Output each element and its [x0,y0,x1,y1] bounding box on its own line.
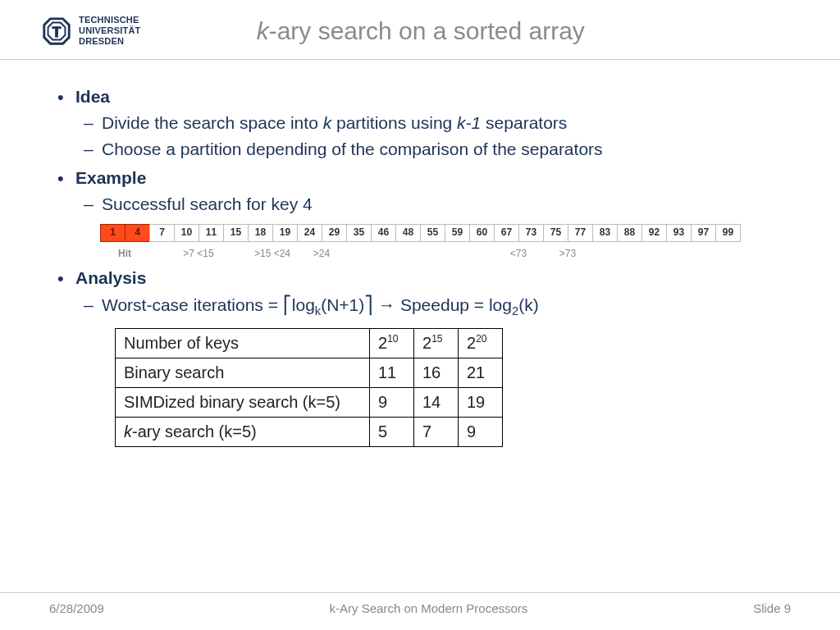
array-cell: 59 [445,224,469,242]
array-cells: 1471011151819242935464855596067737577838… [100,224,741,242]
example-heading: Example [75,168,146,187]
cell-simd-label: SIMDized binary search (k=5) [116,388,370,418]
svg-rect-1 [52,26,61,29]
table-row: k-ary search (k=5) 5 7 9 [116,418,503,447]
array-cell: 75 [543,224,568,242]
array-cell: 18 [248,224,272,242]
array-cell: 24 [297,224,322,242]
slide-footer: 6/28/2009 k-Ary Search on Modern Process… [0,592,840,630]
cell: 9 [370,388,414,418]
cell-kary-label: k-ary search (k=5) [116,418,370,447]
table-row: Number of keys 210 215 220 [116,329,503,358]
cell: 210 [370,329,414,358]
array-cell: 19 [272,224,297,242]
array-cell: 46 [371,224,395,242]
array-cell: 55 [420,224,445,242]
section-example: Example Successful search for key 4 1471… [57,166,783,261]
example-sub: Successful search for key 4 [84,192,783,217]
slide-content: Idea Divide the search space into k part… [0,60,840,459]
slide-header: TECHNISCHE UNIVERSITÄT DRESDEN k-ary sea… [0,0,840,60]
title-rest: -ary search on a sorted array [269,17,585,44]
array-cell: 83 [592,224,617,242]
array-cell: 1 [100,224,125,242]
array-cell: 29 [322,224,346,242]
cell: 21 [459,358,503,388]
label-range-2: >15 <24 [248,247,297,261]
analysis-formula: Worst-case iterations = ⎡logk(N+1)⎤ → Sp… [84,293,783,321]
cell: 7 [414,418,459,447]
array-cell: 99 [715,224,740,242]
section-analysis: Analysis Worst-case iterations = ⎡logk(N… [57,266,783,447]
comparison-table: Number of keys 210 215 220 Binary search… [115,328,503,447]
array-cell: 77 [568,224,592,242]
label-range-3: >24 [297,247,346,261]
logo-text: TECHNISCHE UNIVERSITÄT DRESDEN [79,15,141,48]
analysis-heading: Analysis [75,268,146,287]
label-range-1: >7 <15 [174,247,223,261]
tu-dresden-icon [41,16,72,47]
label-hit: Hit [100,247,149,261]
cell: 16 [414,358,459,388]
footer-title: k-Ary Search on Modern Processors [330,601,528,615]
cell: 11 [370,358,414,388]
array-cell: 73 [518,224,543,242]
cell: 19 [459,388,503,418]
logo-line-1: TECHNISCHE [79,15,141,25]
array-cell: 4 [125,224,149,242]
table-row: SIMDized binary search (k=5) 9 14 19 [116,388,503,418]
title-k: k [257,17,269,44]
array-labels: Hit >7 <15 >15 <24 >24 <73 >73 [100,247,783,261]
idea-heading: Idea [75,87,110,106]
array-cell: 88 [617,224,641,242]
footer-slide-number: Slide 9 [753,601,791,615]
cell-binary-label: Binary search [116,358,370,388]
footer-date: 6/28/2009 [49,601,104,615]
array-cell: 93 [666,224,691,242]
array-cell: 35 [346,224,371,242]
cell: 9 [459,418,503,447]
array-cell: 7 [149,224,174,242]
array-cell: 15 [223,224,248,242]
array-cell: 97 [691,224,715,242]
idea-point-1: Divide the search space into k partition… [84,111,783,135]
array-visualization: 1471011151819242935464855596067737577838… [100,224,783,261]
cell: 220 [459,329,503,358]
logo-line-2: UNIVERSITÄT [79,25,141,36]
cell: 14 [414,388,459,418]
cell: 215 [414,329,459,358]
label-range-4: <73 [494,247,543,261]
section-idea: Idea Divide the search space into k part… [57,84,783,162]
array-cell: 67 [494,224,518,242]
array-cell: 48 [395,224,420,242]
comparison-table-wrap: Number of keys 210 215 220 Binary search… [115,328,783,447]
label-range-5: >73 [543,247,592,261]
table-row: Binary search 11 16 21 [116,358,503,388]
cell: 5 [370,418,414,447]
array-cell: 10 [174,224,199,242]
cell-keys-label: Number of keys [116,329,370,358]
array-cell: 11 [199,224,223,242]
idea-point-2: Choose a partition depending of the comp… [84,137,783,162]
array-cell: 92 [641,224,666,242]
slide-title: k-ary search on a sorted array [141,17,799,45]
university-logo: TECHNISCHE UNIVERSITÄT DRESDEN [41,15,141,48]
logo-line-3: DRESDEN [79,36,141,47]
array-cell: 60 [469,224,494,242]
